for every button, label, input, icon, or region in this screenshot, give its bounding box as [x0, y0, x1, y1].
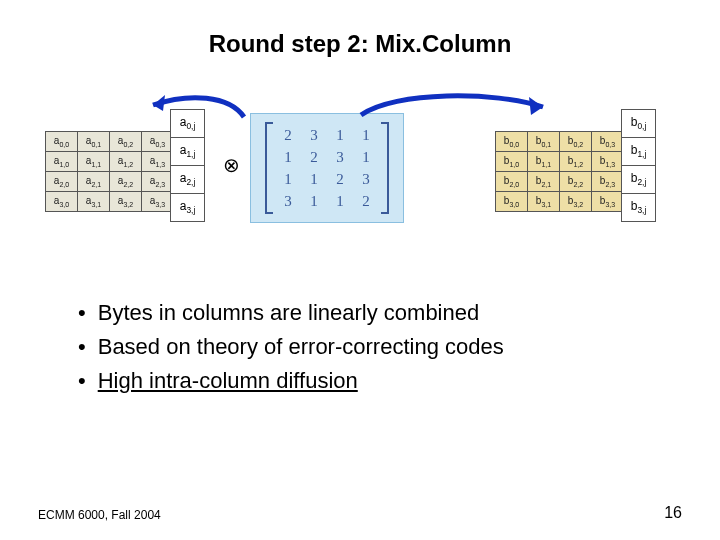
a-cell: a1,2 [110, 152, 142, 172]
b-cell: b0,1 [528, 132, 560, 152]
b-cell: b3,0 [496, 192, 528, 212]
bullet-ul: Bytes in columns are linearly combinedBa… [78, 300, 504, 394]
svg-marker-1 [529, 97, 543, 115]
b-cell: b0,3 [592, 132, 624, 152]
b-column-table: b0,jb1,jb2,jb3,j [621, 109, 656, 222]
mix-cell: 3 [327, 146, 353, 168]
b-col-cell: b2,j [622, 166, 656, 194]
page-number: 16 [664, 504, 682, 522]
mix-cell: 3 [275, 190, 301, 212]
mix-cell: 1 [275, 168, 301, 190]
mix-cell: 1 [353, 124, 379, 146]
mix-cell: 1 [327, 124, 353, 146]
mix-cell: 2 [301, 146, 327, 168]
a-state-matrix: a0,0a0,1a0,2a0,3a1,0a1,1a1,2a1,3a2,0a2,1… [45, 131, 174, 212]
a-cell: a3,1 [78, 192, 110, 212]
bullet-item: Bytes in columns are linearly combined [78, 300, 504, 326]
mix-cell: 2 [327, 168, 353, 190]
a-cell: a0,0 [46, 132, 78, 152]
a-col-cell: a1,j [171, 138, 205, 166]
b-col-cell: b1,j [622, 138, 656, 166]
mix-matrix-box: 2311123111233112 [250, 113, 404, 223]
bullet-list: Bytes in columns are linearly combinedBa… [78, 300, 504, 402]
a-col-cell: a3,j [171, 194, 205, 222]
a-col-cell: a2,j [171, 166, 205, 194]
b-cell: b0,2 [560, 132, 592, 152]
a-cell: a0,2 [110, 132, 142, 152]
b-cell: b1,1 [528, 152, 560, 172]
b-cell: b2,3 [592, 172, 624, 192]
b-cell: b2,0 [496, 172, 528, 192]
b-state-matrix: b0,0b0,1b0,2b0,3b1,0b1,1b1,2b1,3b2,0b2,1… [495, 131, 624, 212]
b-cell: b1,3 [592, 152, 624, 172]
b-cell: b3,3 [592, 192, 624, 212]
b-cell: b1,0 [496, 152, 528, 172]
mix-cell: 3 [301, 124, 327, 146]
a-cell: a3,2 [110, 192, 142, 212]
a-col-cell: a0,j [171, 110, 205, 138]
svg-marker-0 [153, 95, 165, 111]
mix-cell: 2 [353, 190, 379, 212]
mix-cell: 1 [327, 190, 353, 212]
a-cell: a1,0 [46, 152, 78, 172]
mix-cell: 3 [353, 168, 379, 190]
a-cell: a3,3 [142, 192, 174, 212]
mix-cell: 1 [301, 190, 327, 212]
a-cell: a2,2 [110, 172, 142, 192]
a-column-vector: a0,ja1,ja2,ja3,j [170, 109, 205, 222]
a-matrix-table: a0,0a0,1a0,2a0,3a1,0a1,1a1,2a1,3a2,0a2,1… [45, 131, 174, 212]
mix-cell: 1 [275, 146, 301, 168]
a-column-table: a0,ja1,ja2,ja3,j [170, 109, 205, 222]
a-cell: a3,0 [46, 192, 78, 212]
a-cell: a2,3 [142, 172, 174, 192]
bullet-item: High intra-column diffusion [78, 368, 504, 394]
bullet-item: Based on theory of error-correcting code… [78, 334, 504, 360]
footer-left: ECMM 6000, Fall 2004 [38, 508, 161, 522]
b-cell: b2,2 [560, 172, 592, 192]
mix-cell: 1 [353, 146, 379, 168]
slide-title: Round step 2: Mix.Column [0, 30, 720, 58]
b-cell: b3,2 [560, 192, 592, 212]
b-matrix-table: b0,0b0,1b0,2b0,3b1,0b1,1b1,2b1,3b2,0b2,1… [495, 131, 624, 212]
b-cell: b0,0 [496, 132, 528, 152]
b-cell: b3,1 [528, 192, 560, 212]
b-cell: b1,2 [560, 152, 592, 172]
mix-cell: 1 [301, 168, 327, 190]
a-cell: a2,0 [46, 172, 78, 192]
mix-cell: 2 [275, 124, 301, 146]
mixcolumn-diagram: a0,0a0,1a0,2a0,3a1,0a1,1a1,2a1,3a2,0a2,1… [45, 95, 675, 280]
a-cell: a2,1 [78, 172, 110, 192]
b-col-cell: b3,j [622, 194, 656, 222]
a-cell: a1,1 [78, 152, 110, 172]
b-cell: b2,1 [528, 172, 560, 192]
a-cell: a0,3 [142, 132, 174, 152]
mix-matrix-table: 2311123111233112 [275, 124, 379, 212]
b-col-cell: b0,j [622, 110, 656, 138]
b-column-vector: b0,jb1,jb2,jb3,j [621, 109, 656, 222]
a-cell: a0,1 [78, 132, 110, 152]
tensor-product-symbol: ⊗ [223, 153, 240, 177]
a-cell: a1,3 [142, 152, 174, 172]
